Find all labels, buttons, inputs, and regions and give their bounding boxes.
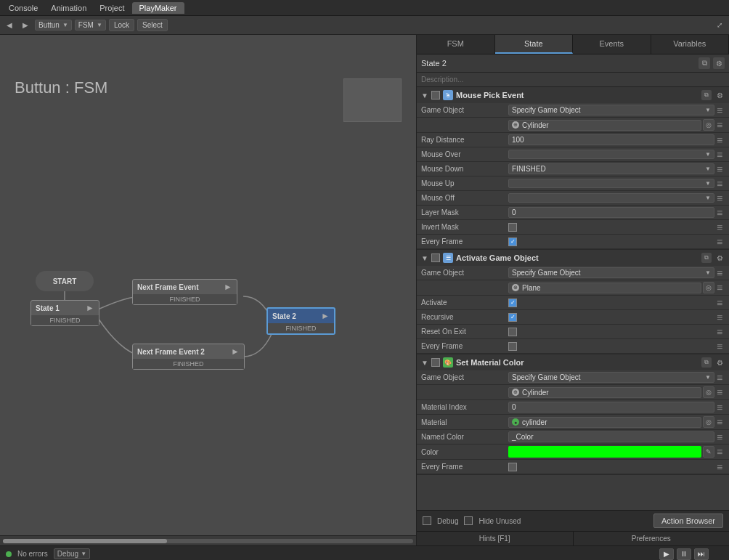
tab-events[interactable]: Events xyxy=(573,35,651,54)
material-target[interactable]: ● cylinder xyxy=(508,417,701,428)
cylinder-target[interactable]: ⊕ Cylinder xyxy=(508,120,701,131)
plane-target[interactable]: ⊕ Plane xyxy=(508,283,701,293)
overflow-icon[interactable]: ≡ xyxy=(714,179,725,189)
description-field[interactable]: Description... xyxy=(417,73,729,87)
every-frame-checkbox2[interactable] xyxy=(508,342,517,351)
action-gear-icon[interactable]: ⚙ xyxy=(714,90,725,100)
overflow-icon[interactable]: ≡ xyxy=(714,462,725,472)
game-object-dropdown[interactable]: Specify Game Object ▼ xyxy=(508,105,714,115)
action-gear-icon[interactable]: ⚙ xyxy=(714,253,725,263)
forward-icon[interactable]: ▶ xyxy=(19,19,32,32)
menu-animation[interactable]: Animation xyxy=(45,2,92,14)
menu-project[interactable]: Project xyxy=(94,2,130,14)
action-copy-icon[interactable]: ⧉ xyxy=(701,90,712,100)
step-button[interactable]: ⏭ xyxy=(694,548,709,560)
material-index-input[interactable]: 0 xyxy=(508,402,714,413)
overflow-icon[interactable]: ≡ xyxy=(714,341,725,352)
overflow-icon[interactable]: ≡ xyxy=(714,237,725,247)
state-copy-btn[interactable]: ⧉ xyxy=(699,57,710,69)
overflow-icon[interactable]: ≡ xyxy=(714,298,725,308)
menu-playmaker[interactable]: PlayMaker xyxy=(132,2,184,14)
action-gear-icon[interactable]: ⚙ xyxy=(714,357,725,368)
activate-game-object-header[interactable]: ▼ ☰ Activate Game Object ⧉ ⚙ xyxy=(417,250,729,266)
overflow-icon[interactable]: ≡ xyxy=(714,417,725,427)
select-button[interactable]: Select xyxy=(137,19,168,31)
mouse-pick-event-header[interactable]: ▼ 🖱 Mouse Pick Event ⧉ ⚙ xyxy=(417,87,729,103)
material-color-checkbox[interactable] xyxy=(431,358,440,367)
target-search-icon[interactable]: ◎ xyxy=(703,119,714,131)
scrollbar-track[interactable] xyxy=(3,539,413,543)
mouse-pick-checkbox[interactable] xyxy=(431,91,440,100)
set-material-color-header[interactable]: ▼ 🎨 Set Material Color ⧉ ⚙ xyxy=(417,354,729,370)
overflow-icon[interactable]: ≡ xyxy=(714,283,725,293)
lock-button[interactable]: Lock xyxy=(109,19,134,31)
ray-distance-input[interactable]: 100 xyxy=(508,134,714,145)
mouse-over-dropdown[interactable]: ▼ xyxy=(508,150,714,159)
mat-go-dropdown[interactable]: Specify Game Object ▼ xyxy=(508,372,714,383)
action-copy-icon[interactable]: ⧉ xyxy=(701,357,712,368)
overflow-icon[interactable]: ≡ xyxy=(714,402,725,413)
overflow-icon[interactable]: ≡ xyxy=(714,327,725,337)
overflow-icon[interactable]: ≡ xyxy=(714,268,725,278)
action-browser-button[interactable]: Action Browser xyxy=(653,514,723,528)
overflow-icon[interactable]: ≡ xyxy=(714,120,725,130)
nextframe1-node[interactable]: Next Frame Event ► FINISHED xyxy=(132,279,237,305)
hide-unused-checkbox[interactable] xyxy=(464,516,473,525)
target-search-icon[interactable]: ◎ xyxy=(703,416,714,428)
overflow-icon[interactable]: ≡ xyxy=(714,164,725,174)
state-gear-btn[interactable]: ⚙ xyxy=(713,57,725,69)
overflow-icon[interactable]: ≡ xyxy=(714,222,725,232)
named-color-input[interactable]: _Color xyxy=(508,431,714,442)
expand-icon[interactable]: ⤢ xyxy=(713,19,726,32)
activate-checkbox2[interactable] xyxy=(508,299,517,307)
overflow-icon[interactable]: ≡ xyxy=(714,447,725,457)
every-frame-checkbox1[interactable] xyxy=(508,238,517,246)
layer-mask-input[interactable]: 0 xyxy=(508,207,714,218)
menu-console[interactable]: Console xyxy=(3,2,44,14)
tab-state[interactable]: State xyxy=(495,35,574,54)
fsm-type-dropdown[interactable]: FSM ▼ xyxy=(75,20,106,31)
color-swatch[interactable] xyxy=(508,446,701,458)
target-search-icon[interactable]: ◎ xyxy=(703,386,714,398)
tab-variables[interactable]: Variables xyxy=(651,35,730,54)
nextframe2-node[interactable]: Next Frame Event 2 ► FINISHED xyxy=(132,344,245,370)
overflow-icon[interactable]: ≡ xyxy=(714,193,725,203)
mouse-up-dropdown[interactable]: ▼ xyxy=(508,179,714,188)
canvas-panel[interactable]: Buttun : FSM START State 1 ► FINISHED Ne… xyxy=(0,35,416,545)
fsm-name-dropdown[interactable]: Buttun ▼ xyxy=(35,20,72,31)
pause-button[interactable]: ⏸ xyxy=(677,548,691,560)
canvas-scrollbar[interactable] xyxy=(0,535,416,545)
overflow-icon[interactable]: ≡ xyxy=(714,387,725,397)
action-copy-icon[interactable]: ⧉ xyxy=(701,253,712,263)
overflow-icon[interactable]: ≡ xyxy=(714,135,725,145)
hints-tab[interactable]: Hints [F1] xyxy=(417,532,574,545)
overflow-icon[interactable]: ≡ xyxy=(714,373,725,383)
state2-node[interactable]: State 2 ► FINISHED xyxy=(266,307,335,335)
mat-cylinder-target[interactable]: ⊕ Cylinder xyxy=(508,387,701,398)
back-icon[interactable]: ◀ xyxy=(3,19,16,32)
overflow-icon[interactable]: ≡ xyxy=(714,208,725,218)
reset-on-exit-checkbox[interactable] xyxy=(508,328,517,336)
color-picker-icon[interactable]: ✎ xyxy=(703,446,714,458)
mouse-off-dropdown[interactable]: ▼ xyxy=(508,193,714,203)
overflow-icon[interactable]: ≡ xyxy=(714,312,725,322)
overflow-icon[interactable]: ≡ xyxy=(714,150,725,160)
state1-node[interactable]: State 1 ► FINISHED xyxy=(30,300,99,326)
activate-go-dropdown[interactable]: Specify Game Object ▼ xyxy=(508,267,714,278)
debug-dropdown[interactable]: Debug ▼ xyxy=(54,548,90,559)
game-object-value: Specify Game Object ▼ xyxy=(508,105,714,115)
activate-checkbox[interactable] xyxy=(431,253,440,262)
target-search-icon[interactable]: ◎ xyxy=(703,282,714,293)
preferences-tab[interactable]: Preferences xyxy=(574,532,730,545)
tab-fsm[interactable]: FSM xyxy=(417,35,495,54)
every-frame-checkbox3[interactable] xyxy=(508,463,517,471)
play-button[interactable]: ▶ xyxy=(659,548,674,560)
invert-mask-checkbox[interactable] xyxy=(508,223,517,232)
recursive-checkbox[interactable] xyxy=(508,313,517,322)
scrollbar-thumb[interactable] xyxy=(3,539,167,543)
debug-checkbox[interactable] xyxy=(423,516,431,525)
mouse-down-dropdown[interactable]: FINISHED ▼ xyxy=(508,163,714,174)
overflow-icon[interactable]: ≡ xyxy=(714,105,725,115)
start-node[interactable]: START xyxy=(36,271,94,291)
overflow-icon[interactable]: ≡ xyxy=(714,432,725,442)
